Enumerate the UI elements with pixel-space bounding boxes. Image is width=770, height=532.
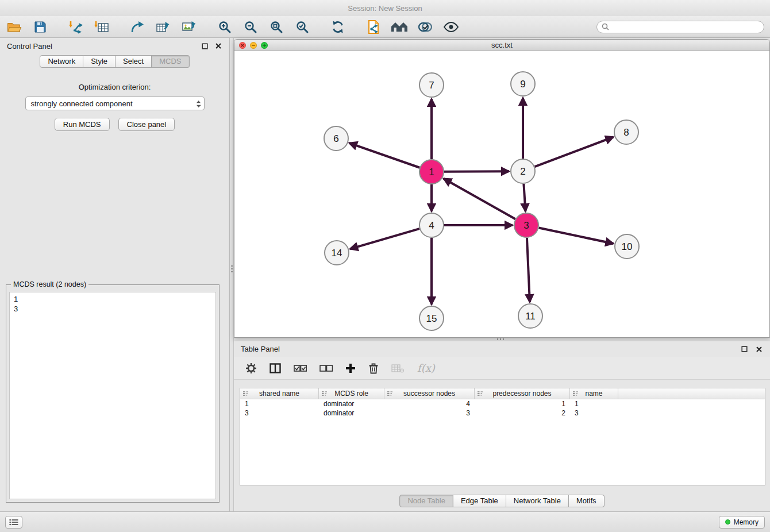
graph-node-label: 6 [333, 133, 338, 144]
import-network-button[interactable] [67, 19, 84, 35]
tab-motifs[interactable]: Motifs [569, 495, 605, 507]
table-cell: 3 [570, 408, 618, 418]
tab-network[interactable]: Network [40, 55, 83, 68]
tab-node-table[interactable]: Node Table [399, 495, 453, 507]
zoom-selected-icon [295, 20, 309, 34]
visual-styles-button[interactable] [417, 19, 434, 35]
memory-button-label: Memory [734, 518, 759, 526]
graph-node-11[interactable]: 11 [518, 304, 542, 328]
graph-edge-3-10[interactable] [539, 228, 614, 244]
graph-edge-2-3[interactable] [523, 184, 525, 211]
show-graphics-details-button[interactable] [442, 19, 460, 35]
graph-node-15[interactable]: 15 [419, 306, 444, 330]
delete-table-icon [391, 364, 405, 373]
graph-edge-3-11[interactable] [527, 238, 530, 302]
graph-edge-1-2[interactable] [444, 171, 509, 172]
float-panel-button[interactable] [201, 42, 209, 50]
mcds-result-list[interactable]: 13 [9, 292, 216, 499]
zoom-fit-button[interactable] [268, 19, 285, 35]
graph-edge-4-14[interactable] [350, 229, 419, 249]
task-history-button[interactable] [5, 516, 22, 529]
control-panel: Control Panel NetworkStyleSelectMCDS Opt… [0, 38, 230, 511]
sort-icon [321, 391, 328, 396]
column-header-MCDS-role[interactable]: MCDS role [319, 388, 384, 399]
criterion-dropdown[interactable]: strongly connected component [25, 97, 205, 110]
network-window-title: scc.txt [234, 41, 769, 49]
table-row[interactable]: 1dominator411 [240, 399, 765, 408]
table-cell: 3 [240, 408, 319, 418]
zoom-out-button[interactable] [242, 19, 259, 35]
select-all-button[interactable] [294, 365, 307, 372]
search-box[interactable] [596, 21, 764, 33]
column-header-successor-nodes[interactable]: successor nodes [384, 388, 475, 399]
table-settings-button[interactable] [245, 363, 257, 374]
zoom-in-icon [218, 20, 232, 34]
tab-network-table[interactable]: Network Table [506, 495, 569, 507]
network-window-titlebar[interactable]: scc.txt [234, 40, 769, 51]
export-image-button[interactable] [180, 19, 198, 35]
tab-style[interactable]: Style [83, 55, 116, 68]
export-table-button[interactable] [155, 19, 172, 35]
float-table-panel-button[interactable] [740, 345, 748, 353]
gear-icon [245, 363, 257, 374]
graph-node-10[interactable]: 10 [615, 234, 639, 259]
splitter-grip-icon [231, 265, 233, 273]
close-table-panel-button[interactable] [755, 345, 763, 353]
zoom-selected-button[interactable] [294, 19, 311, 35]
import-table-button[interactable] [93, 19, 110, 35]
graph-node-label: 3 [523, 220, 529, 231]
search-input[interactable] [612, 23, 759, 31]
open-folder-icon [7, 21, 22, 33]
vertical-splitter[interactable] [230, 38, 234, 511]
eye-icon [444, 22, 459, 32]
table-tabs: Node TableEdge TableNetwork TableMotifs [234, 495, 770, 507]
close-panel-button[interactable] [214, 42, 222, 50]
column-header-predecessor-nodes[interactable]: predecessor nodes [475, 388, 570, 399]
graph-edge-3-1[interactable] [444, 179, 515, 219]
maximize-window-icon[interactable] [261, 42, 268, 49]
zoom-in-button[interactable] [216, 19, 233, 35]
column-layout-button[interactable] [270, 363, 281, 373]
delete-row-button[interactable] [368, 363, 379, 374]
graph-node-9[interactable]: 9 [511, 72, 535, 96]
memory-button[interactable]: Memory [719, 516, 765, 529]
import-network-icon [68, 20, 83, 34]
close-window-icon[interactable] [239, 42, 246, 49]
tab-mcds[interactable]: MCDS [152, 55, 189, 68]
table-cell: 4 [384, 399, 475, 408]
apply-layout-button[interactable] [329, 19, 346, 35]
run-mcds-button[interactable]: Run MCDS [55, 118, 110, 131]
network-from-selection-button[interactable] [365, 19, 382, 35]
column-header-name[interactable]: name [570, 388, 618, 399]
graph-node-8[interactable]: 8 [614, 120, 638, 144]
graph-node-2[interactable]: 2 [511, 159, 535, 183]
save-session-button[interactable] [32, 19, 49, 35]
close-panel-action-button[interactable]: Close panel [118, 118, 175, 131]
export-network-button[interactable] [129, 19, 146, 35]
table-row[interactable]: 3dominator323 [240, 408, 765, 418]
graph-node-3[interactable]: 3 [514, 213, 538, 237]
first-neighbors-button[interactable] [391, 19, 408, 35]
graph-node-label: 11 [525, 311, 536, 322]
minimize-window-icon[interactable] [250, 42, 257, 49]
deselect-all-button[interactable] [319, 365, 333, 372]
graph-edge-2-8[interactable] [535, 137, 614, 167]
graph-node-4[interactable]: 4 [419, 213, 444, 237]
mcds-result-box: MCDS result (2 nodes) 13 [6, 284, 220, 503]
column-header-shared-name[interactable]: shared name [240, 388, 319, 399]
table-body: 1dominator4113dominator323 [240, 399, 765, 418]
network-canvas[interactable]: 7968124314101511 [234, 51, 769, 337]
tab-edge-table[interactable]: Edge Table [453, 495, 506, 507]
graph-edge-1-6[interactable] [349, 143, 420, 168]
houses-icon [391, 21, 408, 33]
table-cell: 1 [570, 399, 618, 408]
graph-node-14[interactable]: 14 [325, 241, 349, 265]
open-session-button[interactable] [6, 19, 23, 35]
add-row-button[interactable] [345, 363, 356, 373]
plus-icon [345, 363, 356, 373]
unchecked-boxes-icon [319, 365, 333, 372]
graph-node-6[interactable]: 6 [324, 126, 348, 151]
graph-node-7[interactable]: 7 [419, 73, 444, 97]
tab-select[interactable]: Select [116, 55, 152, 68]
graph-node-1[interactable]: 1 [419, 160, 444, 184]
